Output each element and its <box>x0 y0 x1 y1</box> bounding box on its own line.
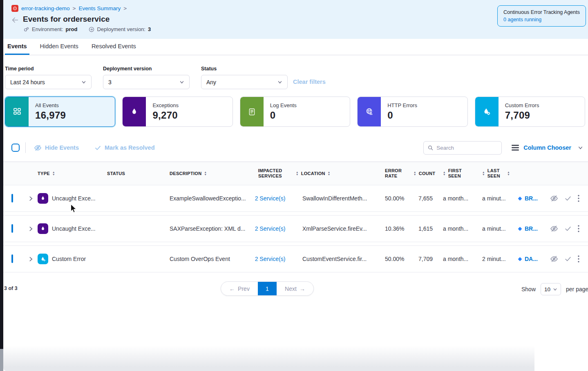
expand-row-chevron-icon[interactable] <box>24 196 38 201</box>
card-label: Log Events <box>270 102 297 108</box>
next-page-button[interactable]: Next → <box>277 282 313 295</box>
card-label: Exceptions <box>152 102 179 108</box>
breadcrumb: error-tracking-demo > Events Summary > <box>11 5 127 12</box>
header-meta: Environment: prod Deployment version: 3 <box>24 26 151 32</box>
card-http-errors[interactable]: HTTP Errors 0 <box>357 97 467 127</box>
show-label: Show <box>521 286 536 292</box>
row-checkbox[interactable] <box>11 224 13 233</box>
column-header-status: STATUS <box>107 171 157 176</box>
pagination: ← Prev 1 Next → <box>221 281 314 296</box>
table-row[interactable]: Custom Error Custom OverOps Event 2 Serv… <box>0 245 588 272</box>
row-checkbox[interactable] <box>11 194 13 202</box>
row-menu-icon[interactable] <box>578 255 579 263</box>
hide-event-icon[interactable] <box>550 225 558 233</box>
resolve-event-icon[interactable] <box>564 195 572 202</box>
card-value: 0 <box>270 110 297 121</box>
status-select[interactable]: Any <box>201 75 288 89</box>
jira-ticket-link[interactable]: DA... <box>510 256 543 262</box>
collapsed-nav-strip[interactable] <box>0 0 3 349</box>
agents-running-link[interactable]: 0 agents running <box>503 17 580 22</box>
card-log-events[interactable]: Log Events 0 <box>240 97 350 127</box>
mark-resolved-button[interactable]: Mark as Resolved <box>94 144 155 151</box>
hide-events-button[interactable]: Hide Events <box>34 144 79 152</box>
time-period-filter: Time period Last 24 hours <box>5 66 92 89</box>
jira-diamond-icon <box>517 256 523 262</box>
tab-resolved-events[interactable]: Resolved Events <box>89 39 139 55</box>
sort-icon[interactable] <box>328 171 331 176</box>
table-row[interactable]: Uncaught Exce... SAXParseException: XML … <box>0 215 588 242</box>
card-exceptions[interactable]: Exceptions 9,270 <box>122 97 233 127</box>
location-cell: CustomEventService.fir... <box>293 256 369 262</box>
search-icon <box>428 145 433 151</box>
error-rate-cell: 10.36% <box>369 225 408 232</box>
environment-meta: Environment: prod <box>24 26 77 32</box>
exception-flame-icon <box>38 193 48 204</box>
hide-event-icon[interactable] <box>550 194 558 202</box>
select-all-checkbox[interactable] <box>11 144 20 152</box>
resolve-event-icon[interactable] <box>564 225 572 232</box>
columns-menu-icon[interactable] <box>512 145 519 151</box>
status-filter: Status Any <box>201 66 288 89</box>
eye-off-icon <box>34 144 42 152</box>
expand-row-chevron-icon[interactable] <box>24 256 38 262</box>
agents-status-box: Continuous Error Tracking Agents 0 agent… <box>497 5 586 27</box>
deployment-version-select[interactable]: 3 <box>103 75 190 89</box>
tab-events[interactable]: Events <box>5 39 29 55</box>
description-cell: Custom OverOps Event <box>157 256 248 262</box>
card-value: 16,979 <box>35 110 66 121</box>
clear-filters-button[interactable]: Clear filters <box>293 79 326 85</box>
impacted-services-link[interactable]: 2 Service(s) <box>248 225 293 232</box>
jira-ticket-link[interactable]: BR... <box>510 195 543 202</box>
error-rate-cell: 50.00% <box>369 195 408 202</box>
resolve-event-icon[interactable] <box>564 255 572 263</box>
tab-hidden-events[interactable]: Hidden Events <box>38 39 81 55</box>
time-period-select[interactable]: Last 24 hours <box>5 75 92 89</box>
error-rate-cell: 50.00% <box>369 256 408 262</box>
table-row[interactable]: Uncaught Exce... ExampleSwallowedExcepti… <box>0 185 588 212</box>
time-period-value: Last 24 hours <box>10 79 45 85</box>
card-value: 0 <box>387 110 417 121</box>
deployment-label: Deployment version: <box>97 26 145 32</box>
sort-icon[interactable] <box>482 171 485 176</box>
sort-icon[interactable] <box>443 171 446 176</box>
card-label: All Events <box>35 102 66 108</box>
deployment-version-value: 3 <box>108 79 112 85</box>
column-chooser-button[interactable]: Column Chooser <box>523 144 571 151</box>
row-menu-icon[interactable] <box>578 195 579 202</box>
page-number-button[interactable]: 1 <box>258 282 277 295</box>
per-page-label: per page <box>566 286 588 292</box>
search-input[interactable] <box>436 145 497 151</box>
chevron-down-icon <box>277 80 282 85</box>
exception-flame-icon <box>38 223 48 234</box>
event-type-cell: Uncaught Exce... <box>38 193 107 204</box>
impacted-services-link[interactable]: 2 Service(s) <box>248 195 293 202</box>
toolbar-divider <box>25 142 26 153</box>
prev-page-button[interactable]: ← Prev <box>221 282 258 295</box>
impacted-services-link[interactable]: 2 Service(s) <box>248 256 293 262</box>
breadcrumb-project-link[interactable]: error-tracking-demo <box>21 5 70 11</box>
sort-icon[interactable] <box>507 171 510 176</box>
card-all-events[interactable]: All Events 16,979 <box>5 97 115 127</box>
column-header-location: LOCATION <box>293 171 369 176</box>
log-file-icon <box>248 108 256 116</box>
sort-icon[interactable] <box>414 171 416 176</box>
sort-icon[interactable] <box>52 171 55 176</box>
column-header-error-rate: ERROR RATE <box>369 168 408 179</box>
back-arrow-icon[interactable] <box>11 16 20 26</box>
sort-icon[interactable] <box>204 171 207 176</box>
table-body: Uncaught Exce... ExampleSwallowedExcepti… <box>0 185 588 276</box>
chevron-down-icon[interactable] <box>578 145 583 151</box>
grid-icon <box>13 107 22 116</box>
deployment-value: 3 <box>148 26 151 32</box>
row-menu-icon[interactable] <box>578 225 579 232</box>
hide-event-icon[interactable] <box>550 255 558 263</box>
sort-icon[interactable] <box>296 171 299 176</box>
breadcrumb-events-summary-link[interactable]: Events Summary <box>78 5 121 11</box>
jira-ticket-link[interactable]: BR... <box>510 225 543 232</box>
card-custom-errors[interactable]: Custom Errors 7,709 <box>475 97 585 127</box>
page-size-select[interactable]: 10 <box>541 283 561 295</box>
row-checkbox[interactable] <box>11 254 13 263</box>
check-icon <box>94 144 101 151</box>
results-summary: 3 of 3 <box>4 286 18 291</box>
expand-row-chevron-icon[interactable] <box>24 226 38 232</box>
